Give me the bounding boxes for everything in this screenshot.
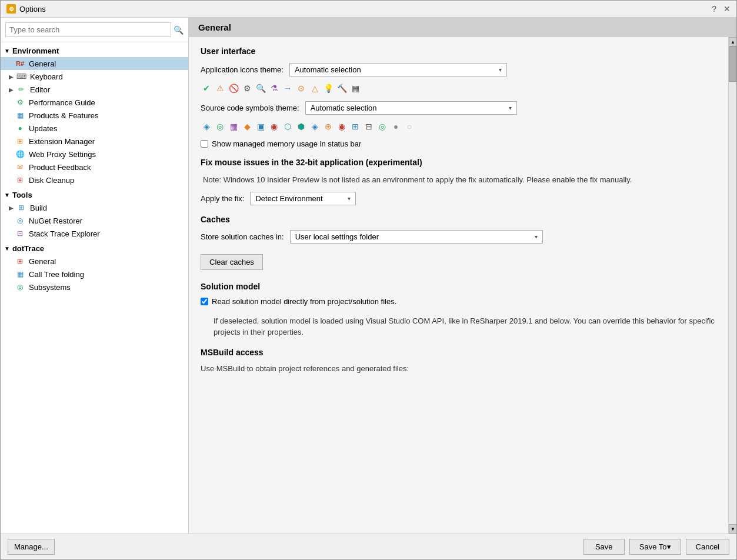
- apply-fix-dropdown-arrow: ▾: [348, 195, 351, 202]
- general-icon: R#: [15, 59, 25, 68]
- title-bar-left: ⚙ Options: [6, 4, 46, 14]
- msbuild-section: MSBuild access Use MSBuild to obtain pro…: [201, 348, 716, 375]
- tree-item-keyboard[interactable]: ▶ ⌨ Keyboard: [1, 70, 188, 83]
- help-button[interactable]: ?: [712, 4, 716, 14]
- subsystems-icon: ◎: [15, 282, 25, 292]
- tree-item-disk-cleanup[interactable]: ⊞ Disk Cleanup: [1, 174, 188, 186]
- search-box: 🔍: [1, 18, 188, 42]
- dottrace-arrow: ▼: [4, 245, 10, 252]
- manage-button[interactable]: Manage...: [8, 539, 55, 555]
- tree-item-web-proxy[interactable]: 🌐 Web Proxy Settings: [1, 148, 188, 161]
- source-symbols-row: Source code symbols theme: Automatic sel…: [201, 101, 716, 115]
- dottrace-label: dotTrace: [12, 244, 44, 253]
- clear-caches-button[interactable]: Clear caches: [201, 254, 263, 270]
- close-button[interactable]: ✕: [723, 4, 731, 14]
- tree-item-product-feedback[interactable]: ✉ Product Feedback: [1, 161, 188, 174]
- stack-trace-label: Stack Trace Explorer: [29, 229, 100, 238]
- source-symbols-dropdown[interactable]: Automatic selection ▾: [305, 101, 517, 115]
- dt-general-icon: ⊞: [15, 256, 25, 266]
- extension-manager-label: Extension Manager: [29, 137, 95, 146]
- search-icon[interactable]: 🔍: [174, 25, 184, 35]
- dt-general-label: General: [29, 257, 56, 266]
- save-button[interactable]: Save: [583, 539, 625, 555]
- icon-flask: ⚗: [268, 82, 280, 94]
- right-content: User interface Application icons theme: …: [189, 37, 728, 534]
- scroll-down-button[interactable]: ▼: [729, 524, 736, 534]
- sym-icon-7: ⬡: [282, 121, 294, 132]
- keyboard-label: Keyboard: [30, 72, 63, 81]
- left-panel: 🔍 ▼ Environment R# General ▶ ⌨ Keyboard: [1, 18, 189, 534]
- solution-model-checkbox-row: Read solution model directly from projec…: [201, 297, 716, 306]
- tree-item-updates[interactable]: ● Updates: [1, 122, 188, 135]
- app-icons-label: Application icons theme:: [201, 65, 284, 74]
- app-icons-dropdown[interactable]: Automatic selection ▾: [289, 63, 507, 76]
- save-to-button[interactable]: Save To▾: [629, 539, 681, 555]
- sym-icon-13: ⊟: [363, 121, 375, 132]
- right-panel: General User interface Application icons…: [189, 18, 736, 534]
- app-icons-dropdown-arrow: ▾: [499, 66, 502, 73]
- show-memory-checkbox[interactable]: [201, 140, 208, 148]
- extension-manager-icon: ⊞: [15, 136, 25, 146]
- store-caches-value: User local settings folder: [295, 232, 379, 241]
- app-icons-row: Application icons theme: Automatic selec…: [201, 63, 716, 76]
- products-features-icon: ▦: [15, 111, 25, 120]
- tree-item-editor[interactable]: ▶ ✏ Editor: [1, 83, 188, 96]
- icon-warning: ⚠: [214, 82, 226, 94]
- source-symbols-label: Source code symbols theme:: [201, 104, 299, 112]
- build-icon: ⊞: [16, 203, 26, 212]
- scroll-up-button[interactable]: ▲: [729, 37, 736, 46]
- scrollbar-thumb[interactable]: [729, 46, 736, 82]
- tree-section-tools[interactable]: ▼ Tools: [1, 189, 188, 201]
- environment-label: Environment: [12, 46, 59, 55]
- tools-arrow: ▼: [4, 192, 10, 198]
- icon-hammer: 🔨: [336, 82, 348, 94]
- search-input[interactable]: [5, 22, 171, 37]
- store-caches-dropdown-arrow: ▾: [535, 234, 538, 240]
- tree-section-dottrace[interactable]: ▼ dotTrace: [1, 242, 188, 255]
- cancel-button[interactable]: Cancel: [686, 539, 729, 555]
- solution-model-title: Solution model: [201, 282, 716, 291]
- icon-checkmark: ✔: [201, 82, 212, 94]
- tree-item-stack-trace[interactable]: ⊟ Stack Trace Explorer: [1, 227, 188, 240]
- editor-expand-arrow: ▶: [9, 86, 14, 93]
- app-icons-value: Automatic selection: [295, 65, 361, 74]
- caches-title: Caches: [201, 215, 716, 224]
- apply-fix-dropdown[interactable]: Detect Environment ▾: [250, 192, 356, 205]
- tree-item-general[interactable]: R# General: [1, 57, 188, 70]
- build-label: Build: [30, 204, 47, 212]
- tree-item-build[interactable]: ▶ ⊞ Build: [1, 201, 188, 214]
- source-symbols-value: Automatic selection: [311, 104, 377, 112]
- sym-icon-15: ●: [390, 121, 402, 132]
- mouse-fix-divider: Fix mouse issues in the 32-bit applicati…: [201, 158, 716, 167]
- tree-item-performance-guide[interactable]: ⚙ Performance Guide: [1, 96, 188, 109]
- tree-item-dt-general[interactable]: ⊞ General: [1, 255, 188, 268]
- window-icon: ⚙: [6, 4, 16, 14]
- tree-item-subsystems[interactable]: ◎ Subsystems: [1, 281, 188, 294]
- sym-icon-8: ⬢: [295, 121, 307, 132]
- sym-icon-2: ◎: [214, 121, 226, 132]
- scrollbar-track[interactable]: [729, 46, 736, 524]
- title-bar: ⚙ Options ? ✕: [1, 1, 736, 18]
- bottom-right: Save Save To▾ Cancel: [583, 539, 729, 555]
- msbuild-description: Use MSBuild to obtain project references…: [201, 363, 716, 375]
- tree-item-extension-manager[interactable]: ⊞ Extension Manager: [1, 135, 188, 148]
- store-caches-dropdown[interactable]: User local settings folder ▾: [290, 230, 543, 244]
- tree-section-environment[interactable]: ▼ Environment: [1, 45, 188, 57]
- sym-icon-4: ◆: [241, 121, 253, 132]
- icon-grid: ▦: [349, 82, 361, 94]
- updates-icon: ●: [15, 124, 25, 133]
- solution-model-checkbox-label: Read solution model directly from projec…: [212, 297, 396, 306]
- sym-icon-1: ◈: [201, 121, 212, 132]
- store-caches-label: Store solution caches in:: [201, 232, 284, 241]
- icon-circle-dot: ⊙: [295, 82, 307, 94]
- title-bar-controls: ? ✕: [712, 4, 731, 14]
- disk-cleanup-label: Disk Cleanup: [29, 176, 74, 185]
- nuget-restorer-icon: ◎: [15, 216, 25, 225]
- tree-item-products-features[interactable]: ▦ Products & Features: [1, 109, 188, 122]
- source-symbols-dropdown-arrow: ▾: [509, 105, 512, 111]
- build-expand-arrow: ▶: [9, 205, 14, 211]
- solution-model-checkbox[interactable]: [201, 298, 208, 305]
- tree-item-nuget-restorer[interactable]: ◎ NuGet Restorer: [1, 214, 188, 227]
- sym-icon-12: ⊞: [349, 121, 361, 132]
- tree-item-call-tree[interactable]: ▦ Call Tree folding: [1, 268, 188, 281]
